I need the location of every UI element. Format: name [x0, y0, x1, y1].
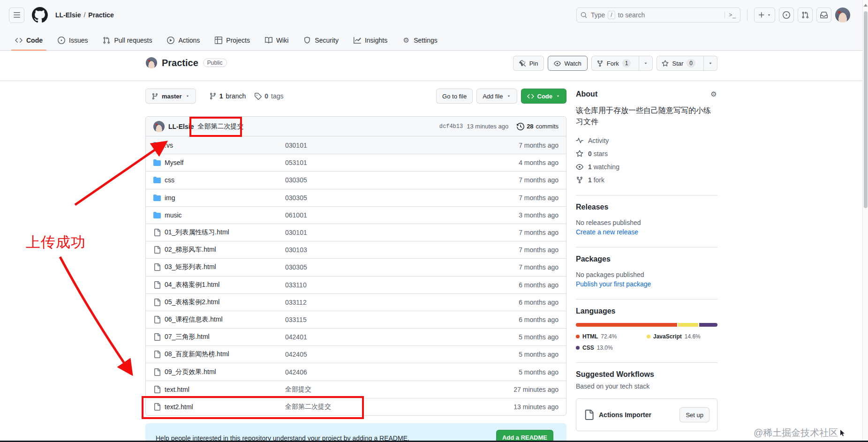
table-row[interactable]: 05_表格案例2.html0331126 months ago [146, 293, 566, 311]
file-name[interactable]: 03_矩形列表.html [165, 263, 285, 271]
tab-projects[interactable]: Projects [207, 30, 257, 50]
file-name[interactable]: img [165, 194, 285, 202]
file-commit-time[interactable]: 7 months ago [483, 229, 559, 236]
table-row[interactable]: text.html全部提交27 minutes ago [146, 381, 566, 398]
language-item-javascript[interactable]: JavaScript14.6% [647, 333, 701, 340]
commit-hash[interactable]: dcf4b13 [439, 123, 463, 130]
file-commit-time[interactable]: 4 months ago [483, 159, 559, 166]
commit-message[interactable]: 全部第二次提交 [197, 122, 243, 131]
file-commit-message[interactable]: 042406 [285, 368, 483, 376]
code-button[interactable]: Code [521, 89, 567, 104]
watch-button[interactable]: Watch [548, 56, 587, 71]
commit-author[interactable]: LL-Elsie [168, 123, 194, 130]
file-name[interactable]: text.html [165, 386, 285, 393]
tab-code[interactable]: Code [8, 30, 50, 50]
file-commit-message[interactable]: 033112 [285, 299, 483, 306]
commit-history-link[interactable]: 28 commits [517, 123, 559, 130]
pull-requests-dashboard-button[interactable] [798, 7, 813, 22]
file-commit-message[interactable]: 042401 [285, 333, 483, 341]
table-row[interactable]: text2.html全部第二次提交13 minutes ago [146, 398, 566, 415]
file-name[interactable]: 04_表格案例1.html [165, 281, 285, 289]
file-commit-time[interactable]: 13 minutes ago [483, 403, 559, 411]
file-commit-time[interactable]: 7 months ago [483, 263, 559, 271]
issues-dashboard-button[interactable] [779, 7, 794, 22]
breadcrumb-owner[interactable]: LL-Elsie [55, 11, 81, 19]
create-new-button[interactable] [754, 7, 775, 22]
star-dropdown[interactable] [703, 56, 717, 70]
file-commit-message[interactable]: 030101 [285, 229, 483, 236]
table-row[interactable]: 02_梯形风车.html0301037 months ago [146, 241, 566, 258]
file-commit-message[interactable]: 全部第二次提交 [285, 403, 483, 411]
commit-author-avatar[interactable] [153, 121, 165, 132]
file-name[interactable]: css [165, 176, 285, 184]
file-name[interactable]: 06_课程信息表.html [165, 315, 285, 324]
table-row[interactable]: 01_列表属性练习.html0301017 months ago [146, 224, 566, 241]
file-name[interactable]: music [165, 211, 285, 219]
file-name[interactable]: 08_百度新闻热榜.html [165, 350, 285, 359]
tab-actions[interactable]: Actions [159, 30, 207, 50]
fork-button-main[interactable]: Fork 1 [592, 56, 636, 70]
tab-settings[interactable]: ⚙Settings [395, 30, 445, 50]
table-row[interactable]: img0303057 months ago [146, 189, 566, 206]
file-commit-time[interactable]: 7 months ago [483, 142, 559, 149]
go-to-file-button[interactable]: Go to file [436, 89, 473, 104]
file-commit-message[interactable]: 全部提交 [285, 385, 483, 394]
table-row[interactable]: 04_表格案例1.html0331106 months ago [146, 276, 566, 293]
file-commit-time[interactable]: 7 months ago [483, 176, 559, 184]
file-commit-time[interactable]: 7 months ago [483, 246, 559, 254]
file-commit-message[interactable]: 061001 [285, 211, 483, 219]
file-commit-time[interactable]: 6 months ago [483, 316, 559, 323]
star-button-main[interactable]: Star 0 [657, 56, 700, 70]
file-commit-time[interactable]: 5 months ago [483, 333, 559, 341]
repo-stat-activity[interactable]: Activity [576, 137, 717, 144]
pin-button[interactable]: Pin [513, 56, 544, 71]
file-name[interactable]: Myself [165, 159, 285, 166]
table-row[interactable]: .vs0301017 months ago [146, 136, 566, 154]
file-commit-message[interactable]: 030101 [285, 142, 483, 149]
scrollbar-thumb[interactable] [864, 11, 868, 208]
file-commit-message[interactable]: 033115 [285, 316, 483, 323]
notifications-button[interactable] [816, 7, 831, 22]
tab-pull-requests[interactable]: Pull requests [95, 30, 159, 50]
branches-link[interactable]: 1 branch [209, 92, 246, 100]
tab-security[interactable]: Security [296, 30, 346, 50]
hamburger-menu-button[interactable] [9, 7, 24, 23]
table-row[interactable]: 03_矩形列表.html0303057 months ago [146, 258, 566, 276]
table-row[interactable]: css0303057 months ago [146, 171, 566, 188]
table-row[interactable]: 06_课程信息表.html0331156 months ago [146, 311, 566, 328]
command-palette-icon[interactable]: >_ [725, 12, 736, 18]
page-title[interactable]: Practice [162, 58, 198, 68]
search-input[interactable]: Type / to search >_ [576, 7, 740, 22]
file-commit-time[interactable]: 7 months ago [483, 194, 559, 202]
file-name[interactable]: .vs [165, 142, 285, 149]
fork-dropdown[interactable] [639, 56, 652, 70]
publish-package-link[interactable]: Publish your first package [576, 280, 717, 288]
table-row[interactable]: music0610013 months ago [146, 206, 566, 224]
file-commit-time[interactable]: 5 months ago [483, 351, 559, 358]
tab-insights[interactable]: Insights [346, 30, 395, 50]
create-release-link[interactable]: Create a new release [576, 228, 717, 236]
file-commit-message[interactable]: 030305 [285, 194, 483, 202]
file-commit-message[interactable]: 033110 [285, 281, 483, 289]
breadcrumb-repo[interactable]: Practice [88, 11, 113, 19]
repo-stat-stars[interactable]: 0 stars [576, 150, 717, 157]
file-name[interactable]: 07_三角形.html [165, 333, 285, 341]
file-commit-time[interactable]: 3 months ago [483, 211, 559, 219]
table-row[interactable]: Myself0531014 months ago [146, 154, 566, 171]
branch-selector[interactable]: master [145, 89, 196, 104]
file-name[interactable]: 02_梯形风车.html [165, 246, 285, 254]
file-name[interactable]: text2.html [165, 403, 285, 411]
file-commit-time[interactable]: 27 minutes ago [483, 386, 559, 393]
user-avatar[interactable] [835, 7, 850, 22]
repo-owner-avatar[interactable] [146, 57, 157, 68]
scrollbar[interactable] [862, 0, 868, 442]
file-commit-time[interactable]: 6 months ago [483, 299, 559, 306]
file-commit-message[interactable]: 053101 [285, 159, 483, 166]
table-row[interactable]: 09_分页效果.html0424065 months ago [146, 363, 566, 380]
repo-stat-fork[interactable]: 1 fork [576, 176, 717, 184]
table-row[interactable]: 07_三角形.html0424015 months ago [146, 328, 566, 345]
file-name[interactable]: 01_列表属性练习.html [165, 228, 285, 237]
gear-icon[interactable]: ⚙ [710, 90, 717, 98]
scroll-up-arrow-icon[interactable] [864, 4, 868, 7]
file-commit-time[interactable]: 5 months ago [483, 368, 559, 376]
